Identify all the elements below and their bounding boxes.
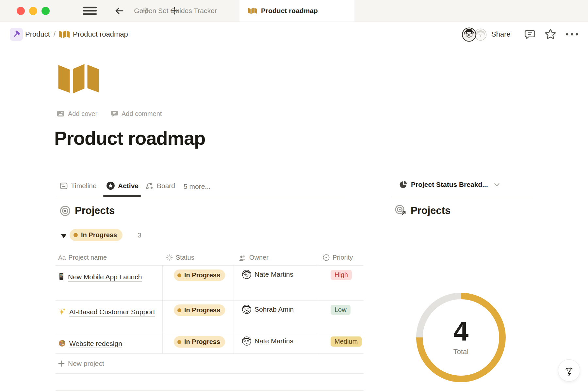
owner-cell[interactable]: Nate Martins <box>234 332 318 353</box>
breadcrumb-page-label: Product roadmap <box>73 30 128 39</box>
status-label: In Progress <box>184 306 220 314</box>
add-comment-label: Add comment <box>122 110 162 118</box>
more-views-button[interactable]: 5 more... <box>184 183 211 190</box>
map-icon <box>248 8 257 14</box>
divider <box>391 197 532 197</box>
status-label: In Progress <box>184 338 220 346</box>
owner-name: Nate Martins <box>254 270 293 279</box>
new-project-label: New project <box>68 360 104 368</box>
status-pill[interactable]: In Progress <box>174 304 225 316</box>
minimize-window-button[interactable] <box>29 7 37 15</box>
project-name-cell[interactable]: AI-Based Customer Support <box>56 301 162 332</box>
view-tab-board[interactable]: Board <box>145 182 175 190</box>
project-name-link[interactable]: AI-Based Customer Support <box>69 308 155 316</box>
priority-cell: Medium <box>318 332 364 353</box>
priority-cell: Low <box>318 301 364 332</box>
assistant-button[interactable] <box>558 359 580 382</box>
status-pill[interactable]: In Progress <box>174 336 225 348</box>
table-row[interactable]: Website redesign In Progress Nate Martin… <box>56 332 364 354</box>
column-header-owner[interactable]: Owner <box>234 254 318 262</box>
hamburger-icon <box>83 6 97 15</box>
chart-section-header: Projects <box>395 205 450 217</box>
collaborator-avatar-1[interactable] <box>462 27 476 42</box>
workspace-icon-tile[interactable] <box>10 28 23 41</box>
donut-total-label: Total <box>435 348 487 356</box>
column-label: Project name <box>68 254 107 261</box>
more-options-button[interactable] <box>565 22 579 47</box>
chevron-down-icon <box>494 183 500 187</box>
chart-view-selector[interactable]: Project Status Breakd... <box>399 180 500 189</box>
owner-name: Sohrab Amin <box>254 305 294 314</box>
priority-pill[interactable]: Medium <box>331 336 362 347</box>
ellipsis-icon <box>565 32 579 36</box>
projects-section-header: Projects <box>60 205 115 217</box>
group-status-pill[interactable]: In Progress <box>70 229 122 241</box>
window-titlebar: Golden Set Guides Tracker Product roadma… <box>0 0 588 22</box>
project-name-cell[interactable]: Website redesign <box>56 332 162 353</box>
view-tab-label: Active <box>118 182 139 190</box>
star-badge-icon <box>106 181 115 190</box>
column-header-project-name[interactable]: Aa Project name <box>56 254 162 261</box>
share-button[interactable]: Share <box>491 22 511 47</box>
owner-cell[interactable]: Nate Martins <box>234 266 318 300</box>
projects-section-title: Projects <box>75 205 115 217</box>
page-title[interactable]: Product roadmap <box>54 127 205 149</box>
tab-golden-set-guides-tracker[interactable]: Golden Set Guides Tracker <box>115 0 236 22</box>
page-icon[interactable] <box>58 64 99 95</box>
breadcrumb-workspace[interactable]: Product <box>25 30 50 39</box>
add-cover-button[interactable]: Add cover <box>56 110 97 118</box>
breadcrumb-separator: / <box>54 30 56 39</box>
chart-selector-label: Project Status Breakd... <box>411 181 488 188</box>
add-comment-button[interactable]: Add comment <box>110 110 162 118</box>
table-row[interactable]: New Mobile App Launch In Progress Nate M… <box>56 266 364 301</box>
share-label: Share <box>491 30 511 39</box>
tab-label: Golden Set Guides Tracker <box>134 7 217 15</box>
group-collapse-toggle[interactable] <box>61 234 67 238</box>
tab-label: Product roadmap <box>261 7 318 15</box>
project-name-link[interactable]: Website redesign <box>69 340 122 347</box>
zoom-window-button[interactable] <box>41 7 50 15</box>
view-tab-active[interactable]: Active <box>106 181 139 190</box>
avatar-nate-martins <box>242 336 251 346</box>
view-tab-timeline[interactable]: Timeline <box>59 182 97 190</box>
tab-product-roadmap[interactable]: Product roadmap <box>239 0 354 22</box>
priority-pill[interactable]: Low <box>331 305 351 315</box>
breadcrumb-page[interactable]: Product roadmap <box>59 30 128 39</box>
project-name-cell[interactable]: New Mobile App Launch <box>56 266 162 300</box>
status-cell: In Progress <box>162 266 234 300</box>
table-row[interactable]: AI-Based Customer Support In Progress So… <box>56 301 364 332</box>
column-label: Priority <box>333 254 353 261</box>
avatar-portrait-icon <box>462 27 476 42</box>
sparkles-icon <box>58 308 66 316</box>
close-window-button[interactable] <box>17 7 25 15</box>
project-name-link[interactable]: New Mobile App Launch <box>68 273 142 281</box>
people-icon <box>238 254 247 262</box>
comment-icon <box>524 28 536 40</box>
status-dot <box>177 273 181 277</box>
priority-cell: High <box>318 266 364 300</box>
new-project-button[interactable]: New project <box>56 354 364 374</box>
favorite-button[interactable] <box>544 22 557 47</box>
view-tab-label: Timeline <box>71 182 97 190</box>
target-icon <box>60 205 71 216</box>
priority-icon <box>322 254 330 261</box>
chart-section-title: Projects <box>411 205 450 217</box>
donut-total-value: 4 <box>435 316 487 347</box>
notion-window: Golden Set Guides Tracker Product roadma… <box>0 0 588 392</box>
status-cell: In Progress <box>162 301 234 332</box>
image-icon <box>56 110 65 118</box>
status-cell: In Progress <box>162 332 234 353</box>
sidebar-toggle-button[interactable] <box>83 0 97 22</box>
map-icon <box>58 64 99 93</box>
timeline-icon <box>59 182 68 190</box>
status-dot <box>74 233 78 237</box>
comments-button[interactable] <box>524 22 536 47</box>
status-pill[interactable]: In Progress <box>174 270 225 281</box>
owner-name: Nate Martins <box>254 336 293 346</box>
owner-cell[interactable]: Sohrab Amin <box>234 301 318 332</box>
column-header-priority[interactable]: Priority <box>318 254 364 261</box>
priority-pill[interactable]: High <box>331 270 352 280</box>
column-header-status[interactable]: Status <box>162 254 234 261</box>
status-label: In Progress <box>184 271 220 279</box>
add-cover-label: Add cover <box>68 110 97 118</box>
